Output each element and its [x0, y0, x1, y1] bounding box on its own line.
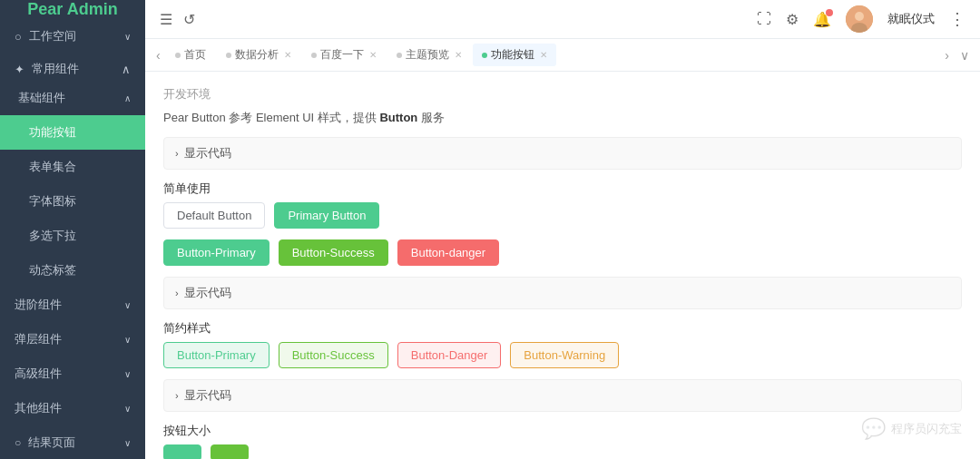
sidebar-item-basic[interactable]: 基础组件 ∧: [0, 81, 145, 115]
tab-dot-baidu: [311, 53, 317, 58]
basic-components-label: 基础组件: [18, 90, 65, 106]
chevron-down-icon: ∨: [124, 32, 131, 42]
buttons-row-1: Default Button Primary Button: [163, 202, 962, 229]
chevron-down-icon-6: ∨: [124, 404, 131, 414]
button-primary-2[interactable]: Button-Primary: [163, 239, 270, 266]
button-warning-outline[interactable]: Button-Warning: [510, 342, 619, 368]
refresh-icon[interactable]: ↺: [183, 11, 195, 28]
buttons-row-2: Button-Primary Button-Success Button-dan…: [163, 239, 962, 266]
tab-func-label: 功能按钮: [491, 47, 534, 63]
tab-dot-func: [482, 53, 487, 58]
tab-theme-close[interactable]: ✕: [455, 50, 462, 60]
main-area: ☰ ↺ ⛶ ⚙ 🔔 就眠仪式 ⋮ ‹ 首页: [145, 0, 980, 459]
sidebar-item-senior[interactable]: 高级组件 ∨: [0, 356, 145, 391]
tab-baidu[interactable]: 百度一下 ✕: [302, 44, 386, 66]
simple-style-label: 简约样式: [163, 320, 962, 337]
primary-button[interactable]: Primary Button: [274, 202, 379, 229]
topbar: ☰ ↺ ⛶ ⚙ 🔔 就眠仪式 ⋮: [145, 0, 980, 39]
env-label: 开发环境: [163, 86, 962, 103]
tabs-right: › ∨: [941, 48, 973, 63]
fullscreen-icon[interactable]: ⛶: [757, 11, 771, 27]
tab-dot-analysis: [226, 53, 231, 58]
sidebar-item-dynamic-tag[interactable]: 动态标签: [0, 253, 145, 288]
tab-home-label: 首页: [184, 47, 206, 63]
font-icon-label: 字体图标: [29, 193, 76, 210]
tab-theme[interactable]: 主题预览 ✕: [387, 44, 471, 66]
show-code-2[interactable]: › 显示代码: [163, 277, 962, 309]
buttons-size-row: [163, 444, 962, 459]
dynamic-tag-label: 动态标签: [29, 262, 76, 278]
chevron-down-icon-7: ∨: [124, 438, 131, 448]
advanced-label: 进阶组件: [15, 297, 62, 313]
tab-nav-dropdown[interactable]: ∨: [956, 48, 973, 63]
tab-dot-home: [175, 53, 181, 58]
star-icon: ✦: [15, 63, 24, 76]
chevron-down-icon-5: ∨: [124, 369, 131, 379]
modal-label: 弹层组件: [15, 331, 62, 347]
chevron-right-icon-2: ›: [175, 288, 179, 298]
sidebar-group-common[interactable]: ✦ 常用组件 ∧: [0, 54, 145, 81]
button-size-primary[interactable]: [163, 444, 201, 459]
sidebar: Pear Admin ○ 工作空间 ∨ ✦ 常用组件 ∧ 基础组件 ∧ 功能按钮…: [0, 0, 145, 459]
tab-baidu-label: 百度一下: [320, 47, 364, 63]
tab-home[interactable]: 首页: [166, 44, 215, 66]
tab-data-analysis[interactable]: 数据分析 ✕: [217, 44, 300, 66]
multi-select-label: 多选下拉: [29, 228, 76, 244]
sidebar-item-result-page[interactable]: ○ 结果页面 ∨: [0, 425, 145, 459]
tab-analysis-close[interactable]: ✕: [284, 50, 291, 60]
topbar-left: ☰ ↺: [160, 11, 195, 28]
button-primary-outline[interactable]: Button-Primary: [163, 342, 270, 368]
tab-nav-right[interactable]: ›: [941, 48, 953, 63]
tab-analysis-label: 数据分析: [235, 47, 279, 63]
button-size-label: 按钮大小: [163, 423, 962, 439]
topbar-right: ⛶ ⚙ 🔔 就眠仪式 ⋮: [757, 5, 965, 33]
menu-icon[interactable]: ☰: [160, 11, 172, 28]
show-code-1[interactable]: › 显示代码: [163, 137, 962, 170]
sidebar-item-other[interactable]: 其他组件 ∨: [0, 391, 145, 425]
chevron-right-icon-1: ›: [175, 148, 179, 159]
sidebar-item-modal[interactable]: 弹层组件 ∨: [0, 322, 145, 356]
sidebar-item-workspace[interactable]: ○ 工作空间 ∨: [0, 19, 145, 54]
func-button-label: 功能按钮: [29, 124, 76, 141]
button-success-outline[interactable]: Button-Success: [279, 342, 388, 368]
show-code-1-label: 显示代码: [184, 145, 231, 161]
svg-point-1: [855, 12, 864, 21]
sidebar-group-label-text: 常用组件: [32, 61, 79, 77]
chevron-down-icon-3: ∨: [124, 300, 131, 310]
show-code-3-label: 显示代码: [184, 387, 231, 404]
sidebar-item-func-button[interactable]: 功能按钮: [0, 115, 145, 150]
tab-baidu-close[interactable]: ✕: [369, 50, 377, 60]
settings-icon[interactable]: ⚙: [786, 11, 799, 28]
workspace-icon: ○: [15, 30, 22, 44]
button-success-2[interactable]: Button-Success: [279, 239, 388, 266]
sidebar-item-multi-select[interactable]: 多选下拉: [0, 219, 145, 253]
chevron-up-icon-2: ∧: [124, 93, 131, 103]
default-button[interactable]: Default Button: [163, 202, 265, 229]
app-title: Pear Admin: [27, 0, 117, 19]
chevron-up-icon: ∧: [122, 63, 131, 76]
button-danger-2[interactable]: Button-danger: [397, 239, 499, 266]
sidebar-logo: Pear Admin: [0, 0, 145, 19]
notification-dot: [826, 9, 833, 16]
sidebar-item-form-set[interactable]: 表单集合: [0, 150, 145, 184]
senior-label: 高级组件: [15, 366, 62, 382]
sidebar-item-advanced[interactable]: 进阶组件 ∨: [0, 288, 145, 322]
tab-func-close[interactable]: ✕: [540, 50, 547, 60]
result-page-icon: ○: [15, 436, 21, 449]
tab-theme-label: 主题预览: [406, 47, 449, 63]
simple-use-label: 简单使用: [163, 181, 962, 197]
button-danger-outline[interactable]: Button-Danger: [397, 342, 502, 368]
content-area: 开发环境 Pear Button 参考 Element UI 样式，提供 But…: [145, 72, 980, 459]
more-icon[interactable]: ⋮: [949, 9, 965, 29]
result-page-label: 结果页面: [28, 435, 75, 451]
button-size-success[interactable]: [211, 444, 249, 459]
sidebar-item-font-icon[interactable]: 字体图标: [0, 184, 145, 219]
notification-icon[interactable]: 🔔: [813, 11, 831, 28]
sidebar-item-label: 工作空间: [29, 28, 76, 44]
show-code-3[interactable]: › 显示代码: [163, 379, 962, 412]
tabs-bar: ‹ 首页 数据分析 ✕ 百度一下 ✕ 主题预览 ✕ 功能按钮 ✕ › ∨: [145, 39, 980, 72]
tab-nav-left[interactable]: ‹: [152, 48, 164, 63]
chevron-down-icon-4: ∨: [124, 335, 131, 345]
avatar[interactable]: [846, 5, 873, 33]
tab-func-button[interactable]: 功能按钮 ✕: [473, 44, 556, 66]
